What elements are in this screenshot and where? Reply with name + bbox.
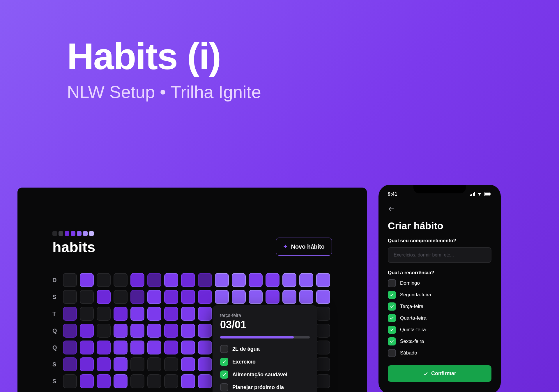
checkbox[interactable] bbox=[388, 302, 396, 311]
habit-cell[interactable] bbox=[63, 341, 77, 354]
habit-cell[interactable] bbox=[198, 324, 212, 338]
back-button[interactable] bbox=[388, 205, 395, 214]
habit-cell[interactable] bbox=[282, 290, 296, 304]
habit-cell[interactable] bbox=[80, 324, 94, 338]
habit-cell[interactable] bbox=[130, 273, 144, 287]
habit-cell[interactable] bbox=[249, 273, 263, 287]
commitment-input[interactable] bbox=[388, 247, 491, 263]
habit-cell[interactable] bbox=[181, 307, 195, 321]
checkbox[interactable] bbox=[388, 349, 396, 357]
habit-cell[interactable] bbox=[147, 307, 161, 321]
habit-cell[interactable] bbox=[63, 273, 77, 287]
habit-cell[interactable] bbox=[181, 341, 195, 354]
checkbox[interactable] bbox=[220, 345, 228, 353]
habit-cell[interactable] bbox=[164, 374, 178, 388]
habit-cell[interactable] bbox=[130, 324, 144, 338]
habit-cell[interactable] bbox=[164, 357, 178, 371]
habit-row[interactable]: 2L de água bbox=[220, 345, 310, 353]
habit-cell[interactable] bbox=[316, 273, 330, 287]
habit-cell[interactable] bbox=[97, 307, 111, 321]
habit-cell[interactable] bbox=[147, 324, 161, 338]
habit-cell[interactable] bbox=[198, 374, 212, 388]
habit-cell[interactable] bbox=[316, 307, 330, 321]
checkbox[interactable] bbox=[220, 358, 228, 366]
habit-cell[interactable] bbox=[80, 341, 94, 354]
habit-cell[interactable] bbox=[316, 357, 330, 371]
habit-cell[interactable] bbox=[164, 324, 178, 338]
habit-cell[interactable] bbox=[63, 290, 77, 304]
habit-cell[interactable] bbox=[181, 374, 195, 388]
checkbox[interactable] bbox=[388, 279, 396, 287]
habit-cell[interactable] bbox=[266, 290, 280, 304]
habit-cell[interactable] bbox=[63, 374, 77, 388]
checkbox[interactable] bbox=[220, 383, 228, 391]
habit-cell[interactable] bbox=[97, 290, 111, 304]
habit-cell[interactable] bbox=[114, 357, 128, 371]
habit-cell[interactable] bbox=[80, 357, 94, 371]
habit-cell[interactable] bbox=[164, 341, 178, 354]
day-option[interactable]: Sexta-feira bbox=[388, 337, 491, 345]
habit-cell[interactable] bbox=[266, 273, 280, 287]
habit-cell[interactable] bbox=[147, 374, 161, 388]
habit-cell[interactable] bbox=[316, 341, 330, 354]
checkbox[interactable] bbox=[388, 291, 396, 299]
habit-row[interactable]: Exercício bbox=[220, 358, 310, 366]
day-option[interactable]: Sábado bbox=[388, 349, 491, 357]
habit-cell[interactable] bbox=[97, 273, 111, 287]
habit-cell[interactable] bbox=[316, 324, 330, 338]
habit-cell[interactable] bbox=[299, 273, 313, 287]
habit-cell[interactable] bbox=[164, 307, 178, 321]
checkbox[interactable] bbox=[388, 326, 396, 334]
habit-cell[interactable] bbox=[147, 290, 161, 304]
habit-cell[interactable] bbox=[198, 341, 212, 354]
habit-cell[interactable] bbox=[282, 273, 296, 287]
habit-cell[interactable] bbox=[130, 290, 144, 304]
day-option[interactable]: Quarta-feira bbox=[388, 314, 491, 322]
habit-cell[interactable] bbox=[198, 307, 212, 321]
habit-cell[interactable] bbox=[198, 273, 212, 287]
habit-cell[interactable] bbox=[97, 324, 111, 338]
habit-cell[interactable] bbox=[114, 341, 128, 354]
day-option[interactable]: Terça-feira bbox=[388, 302, 491, 311]
new-habit-button[interactable]: + Novo hábito bbox=[276, 238, 332, 256]
habit-cell[interactable] bbox=[114, 374, 128, 388]
habit-cell[interactable] bbox=[249, 290, 263, 304]
habit-cell[interactable] bbox=[316, 374, 330, 388]
confirm-button[interactable]: Confirmar bbox=[388, 365, 491, 382]
habit-cell[interactable] bbox=[215, 290, 229, 304]
day-option[interactable]: Domingo bbox=[388, 279, 491, 287]
checkbox[interactable] bbox=[220, 370, 228, 379]
habit-cell[interactable] bbox=[80, 290, 94, 304]
habit-cell[interactable] bbox=[316, 290, 330, 304]
habit-cell[interactable] bbox=[80, 374, 94, 388]
habit-cell[interactable] bbox=[181, 324, 195, 338]
habit-cell[interactable] bbox=[164, 273, 178, 287]
habit-cell[interactable] bbox=[97, 341, 111, 354]
habit-cell[interactable] bbox=[63, 357, 77, 371]
habit-cell[interactable] bbox=[198, 357, 212, 371]
habit-cell[interactable] bbox=[181, 357, 195, 371]
day-option[interactable]: Segunda-feira bbox=[388, 291, 491, 299]
habit-cell[interactable] bbox=[114, 273, 128, 287]
habit-cell[interactable] bbox=[215, 273, 229, 287]
checkbox[interactable] bbox=[388, 314, 396, 322]
habit-cell[interactable] bbox=[130, 357, 144, 371]
habit-cell[interactable] bbox=[130, 341, 144, 354]
habit-cell[interactable] bbox=[114, 307, 128, 321]
habit-cell[interactable] bbox=[80, 307, 94, 321]
habit-cell[interactable] bbox=[80, 273, 94, 287]
habit-cell[interactable] bbox=[97, 357, 111, 371]
habit-cell[interactable] bbox=[130, 307, 144, 321]
habit-cell[interactable] bbox=[198, 290, 212, 304]
habit-cell[interactable] bbox=[97, 374, 111, 388]
habit-cell[interactable] bbox=[232, 273, 246, 287]
habit-cell[interactable] bbox=[114, 290, 128, 304]
habit-row[interactable]: Planejar próximo dia bbox=[220, 383, 310, 391]
habit-cell[interactable] bbox=[147, 273, 161, 287]
day-option[interactable]: Quinta-feira bbox=[388, 326, 491, 334]
habit-cell[interactable] bbox=[63, 324, 77, 338]
habit-cell[interactable] bbox=[299, 290, 313, 304]
habit-cell[interactable] bbox=[147, 357, 161, 371]
habit-cell[interactable] bbox=[63, 307, 77, 321]
habit-cell[interactable] bbox=[164, 290, 178, 304]
